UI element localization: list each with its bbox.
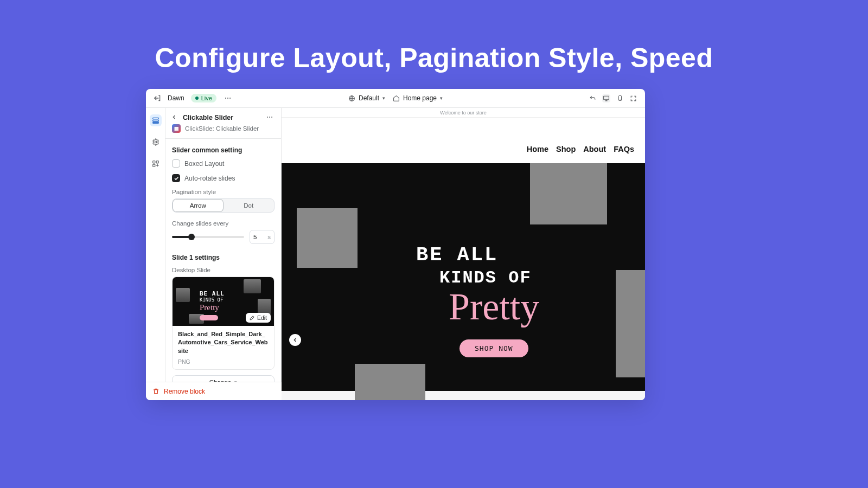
hero-heading-line3: Pretty bbox=[449, 285, 539, 329]
svg-rect-11 bbox=[156, 161, 158, 163]
nav-home[interactable]: Home bbox=[527, 145, 548, 153]
pagination-dot-option[interactable]: Dot bbox=[224, 199, 275, 212]
svg-point-2 bbox=[229, 98, 231, 99]
pagination-arrow-option[interactable]: Arrow bbox=[173, 199, 224, 212]
status-badge: Live bbox=[191, 94, 216, 102]
remove-block-button[interactable]: Remove block bbox=[165, 382, 282, 400]
app-window: Dawn Live Default ▾ Home page ▾ bbox=[146, 89, 645, 400]
svg-rect-4 bbox=[604, 96, 609, 100]
slide-thumbnail[interactable]: BE ALL KINDS OF Pretty Edit bbox=[173, 277, 274, 326]
hero-photo bbox=[297, 208, 358, 268]
section-common-heading: Slider common setting bbox=[172, 146, 275, 154]
apps-rail-icon[interactable] bbox=[150, 158, 162, 170]
app-logo-icon: ▦ bbox=[172, 124, 181, 133]
site-header: Home Shop About FAQs bbox=[282, 118, 645, 163]
hero-photo bbox=[616, 270, 645, 377]
hero-photo bbox=[355, 364, 425, 400]
svg-rect-7 bbox=[152, 120, 158, 121]
settings-rail-icon[interactable] bbox=[150, 136, 162, 148]
svg-point-15 bbox=[271, 117, 272, 118]
announcement-bar: Welcome to our store bbox=[282, 108, 645, 118]
chevron-down-icon: ▾ bbox=[382, 95, 385, 101]
topbar: Dawn Live Default ▾ Home page ▾ bbox=[146, 89, 645, 108]
interval-input[interactable]: 5 s bbox=[250, 230, 275, 244]
panel-more-button[interactable] bbox=[266, 113, 275, 122]
thumb-text: Pretty bbox=[200, 303, 219, 312]
settings-panel: Clickable Slider ▦ ClickSlide: Clickable… bbox=[165, 108, 282, 400]
undo-icon[interactable] bbox=[589, 94, 597, 102]
pagination-toggle[interactable]: Arrow Dot bbox=[172, 198, 275, 213]
change-every-label: Change slides every bbox=[172, 220, 275, 227]
interval-slider[interactable] bbox=[172, 236, 244, 238]
svg-point-14 bbox=[269, 117, 270, 118]
theme-name: Dawn bbox=[168, 94, 184, 102]
boxed-layout-label: Boxed Layout bbox=[184, 160, 224, 168]
back-button[interactable] bbox=[171, 114, 178, 121]
boxed-layout-checkbox[interactable] bbox=[172, 159, 180, 168]
preview-canvas: Welcome to our store Home Shop About FAQ… bbox=[282, 108, 645, 400]
nav-about[interactable]: About bbox=[583, 145, 606, 153]
more-menu-button[interactable] bbox=[223, 93, 233, 103]
desktop-view-icon[interactable] bbox=[602, 94, 610, 102]
slide-filetype: PNG bbox=[178, 358, 269, 365]
desktop-slide-label: Desktop Slide bbox=[172, 267, 275, 273]
slide-card: BE ALL KINDS OF Pretty Edit Black_and_Re… bbox=[172, 277, 275, 370]
nav-faqs[interactable]: FAQs bbox=[614, 145, 634, 153]
pagination-label: Pagination style bbox=[172, 189, 275, 195]
svg-point-13 bbox=[267, 117, 268, 118]
chevron-down-icon: ▾ bbox=[440, 95, 443, 101]
remove-block-label: Remove block bbox=[165, 388, 205, 395]
prev-arrow-button[interactable] bbox=[289, 334, 301, 346]
slide-filename: Black_and_Red_Simple_Dark_Automotive_Car… bbox=[178, 330, 269, 355]
auto-rotate-row[interactable]: Auto-rotate slides bbox=[172, 174, 275, 182]
hero-cta-button[interactable]: SHOP NOW bbox=[459, 339, 528, 357]
svg-point-0 bbox=[225, 98, 226, 99]
thumb-cta bbox=[200, 315, 218, 320]
hero-heading-line1: BE ALL bbox=[416, 243, 498, 266]
mobile-view-icon[interactable] bbox=[616, 94, 624, 102]
exit-icon[interactable] bbox=[154, 94, 161, 102]
svg-rect-10 bbox=[152, 161, 155, 163]
thumb-text: BE ALL bbox=[200, 290, 225, 297]
hero-photo bbox=[530, 163, 607, 224]
app-name-row[interactable]: ▦ ClickSlide: Clickable Slider bbox=[165, 124, 281, 138]
page-selector[interactable]: Home page ▾ bbox=[393, 94, 443, 102]
sections-rail-icon[interactable] bbox=[150, 114, 162, 126]
svg-rect-12 bbox=[152, 164, 155, 166]
section-slide-heading: Slide 1 settings bbox=[172, 254, 275, 261]
page-headline: Configure Layout, Pagination Style, Spee… bbox=[0, 0, 868, 74]
thumb-text: KINDS OF bbox=[200, 297, 223, 303]
slider-thumb[interactable] bbox=[188, 234, 195, 240]
boxed-layout-row[interactable]: Boxed Layout bbox=[172, 159, 275, 168]
svg-point-9 bbox=[155, 141, 157, 143]
svg-rect-6 bbox=[152, 118, 158, 119]
nav-shop[interactable]: Shop bbox=[556, 145, 576, 153]
auto-rotate-checkbox[interactable] bbox=[172, 174, 180, 182]
left-rail bbox=[146, 108, 165, 400]
panel-title: Clickable Slider bbox=[183, 114, 261, 121]
viewport-selector[interactable]: Default ▾ bbox=[348, 94, 385, 102]
svg-point-1 bbox=[227, 98, 228, 99]
edit-slide-button[interactable]: Edit bbox=[246, 313, 271, 323]
auto-rotate-label: Auto-rotate slides bbox=[184, 175, 235, 182]
svg-rect-8 bbox=[152, 123, 158, 124]
hero-slider: BE ALL KINDS OF Pretty SHOP NOW bbox=[282, 163, 645, 391]
fullscreen-icon[interactable] bbox=[629, 94, 637, 102]
